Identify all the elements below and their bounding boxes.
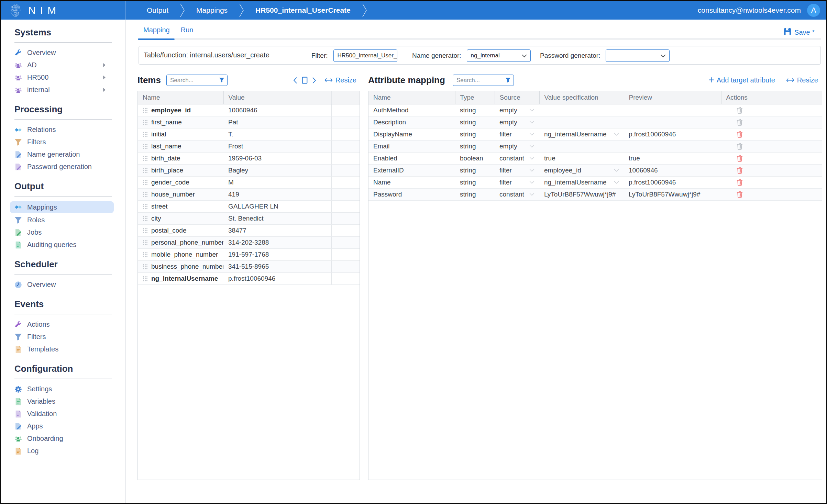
chevron-down-icon	[529, 121, 534, 124]
items-row-first-name[interactable]: first_namePat	[138, 116, 360, 128]
drag-handle-icon[interactable]	[143, 168, 148, 173]
items-row-ng-internalusername[interactable]: ng_internalUsernamep.frost10060946	[138, 272, 360, 284]
sidebar-item-processing-password-generation[interactable]: Password generation	[14, 161, 125, 172]
filter-funnel-icon[interactable]	[219, 77, 224, 84]
page-indicator-icon[interactable]	[302, 77, 308, 84]
items-row-postal-code[interactable]: postal_code38477	[138, 224, 360, 236]
items-row-city[interactable]: citySt. Benedict	[138, 212, 360, 224]
delete-attribute-button[interactable]	[721, 176, 769, 188]
sidebar-item-processing-relations[interactable]: Relations	[14, 124, 125, 135]
items-resize-label: Resize	[335, 76, 356, 84]
items-row-birth-date[interactable]: birth_date1959-06-03	[138, 152, 360, 164]
mapping-source-select[interactable]: constant	[495, 188, 539, 200]
sidebar-item-configuration-onboarding[interactable]: Onboarding	[14, 433, 125, 444]
password-generator-select[interactable]	[606, 49, 670, 62]
sidebar-item-configuration-log[interactable]: Log	[14, 446, 125, 456]
breadcrumb-mappings[interactable]: Mappings	[196, 6, 228, 14]
add-target-attribute-button[interactable]: Add target attribute	[709, 76, 775, 84]
items-search-input[interactable]	[166, 75, 228, 86]
sidebar-item-configuration-settings[interactable]: Settings	[14, 384, 125, 394]
drag-handle-icon[interactable]	[143, 216, 148, 221]
avatar[interactable]: A	[807, 4, 820, 17]
breadcrumb-hr500-internal-usercreate[interactable]: HR500_internal_UserCreate	[255, 6, 351, 14]
delete-attribute-button[interactable]	[721, 188, 769, 200]
tab-run[interactable]: Run	[180, 26, 194, 40]
sidebar-item-output-jobs[interactable]: Jobs	[14, 227, 125, 238]
drag-handle-icon[interactable]	[143, 204, 148, 209]
drag-handle-icon[interactable]	[143, 276, 148, 281]
delete-attribute-button[interactable]	[721, 116, 769, 128]
drag-handle-icon[interactable]	[143, 156, 148, 161]
delete-attribute-button[interactable]	[721, 128, 769, 140]
sidebar-item-configuration-validation[interactable]: Validation	[14, 408, 125, 419]
mapping-source-select[interactable]: filter	[495, 176, 539, 188]
mapping-value-spec-select[interactable]: employee_id	[539, 164, 624, 176]
delete-attribute-button[interactable]	[721, 152, 769, 164]
items-row-initial[interactable]: initialT.	[138, 128, 360, 140]
arrows-icon	[14, 126, 22, 134]
sidebar-item-output-mappings[interactable]: Mappings	[10, 201, 114, 213]
drag-handle-icon[interactable]	[143, 240, 148, 245]
mapping-source-select[interactable]: filter	[495, 164, 539, 176]
delete-attribute-button[interactable]	[721, 104, 769, 116]
items-row-birth-place[interactable]: birth_placeBagley	[138, 164, 360, 176]
filter-select[interactable]: HR500_internal_User_Cre	[333, 49, 397, 62]
items-row-personal-phone-number[interactable]: personal_phone_number314-202-3288	[138, 236, 360, 248]
sidebar-item-output-auditing-queries[interactable]: Auditing queries	[14, 239, 125, 250]
mapping-source-select[interactable]: empty	[495, 104, 539, 116]
sidebar-item-systems-ad[interactable]: AD	[14, 60, 125, 70]
page-next-icon[interactable]	[312, 77, 316, 83]
delete-attribute-button[interactable]	[721, 140, 769, 152]
drag-handle-icon[interactable]	[143, 252, 148, 257]
tabs-divider	[138, 38, 821, 40]
mapping-source-select[interactable]: constant	[495, 152, 539, 164]
sidebar-item-output-roles[interactable]: Roles	[14, 215, 125, 225]
mapping-value-spec-select[interactable]: ng_internalUsername	[539, 176, 624, 188]
sidebar-item-events-actions[interactable]: Actions	[14, 319, 125, 330]
name-generator-select[interactable]: ng_internal	[467, 49, 531, 62]
items-row-mobile-phone-number[interactable]: mobile_phone_number191-597-1768	[138, 248, 360, 260]
drag-handle-icon[interactable]	[143, 228, 148, 233]
drag-handle-icon[interactable]	[143, 192, 148, 197]
drag-handle-icon[interactable]	[143, 108, 148, 113]
attribute-search-input[interactable]	[453, 75, 514, 86]
mapping-source-select[interactable]: empty	[495, 116, 539, 128]
items-column-value: Value	[223, 91, 331, 104]
chevron-down-icon	[529, 181, 534, 184]
sidebar-item-systems-internal[interactable]: internal	[14, 85, 125, 95]
breadcrumb-output[interactable]: Output	[147, 6, 168, 14]
users-icon	[14, 435, 22, 443]
mapping-row-name: Namestringfilterng_internalUsernamep.fro…	[368, 176, 822, 188]
sidebar-item-systems-overview[interactable]: Overview	[14, 47, 125, 58]
page-prev-icon[interactable]	[293, 77, 297, 83]
save-button[interactable]: Save *	[784, 28, 815, 37]
drag-handle-icon[interactable]	[143, 264, 148, 269]
sidebar-item-systems-hr500[interactable]: HR500	[14, 72, 125, 83]
sidebar-item-configuration-apps[interactable]: Apps	[14, 421, 125, 432]
drag-handle-icon[interactable]	[143, 180, 148, 185]
attribute-resize-button[interactable]: Resize	[786, 76, 818, 84]
mapping-source-select[interactable]: filter	[495, 128, 539, 140]
sidebar-item-scheduler-overview[interactable]: Overview	[14, 279, 125, 290]
sidebar-item-events-filters[interactable]: Filters	[14, 332, 125, 342]
sidebar-item-configuration-variables[interactable]: Variables	[14, 396, 125, 407]
items-row-business-phone-number[interactable]: business_phone_number341-515-8965	[138, 260, 360, 272]
tab-mapping[interactable]: Mapping	[143, 26, 170, 40]
mapping-source-select[interactable]: empty	[495, 140, 539, 152]
sidebar-item-label: Auditing queries	[27, 241, 76, 249]
sidebar-item-processing-name-generation[interactable]: Name generation	[14, 149, 125, 160]
delete-attribute-button[interactable]	[721, 164, 769, 176]
items-row-employee-id[interactable]: employee_id10060946	[138, 104, 360, 116]
items-row-gender-code[interactable]: gender_codeM	[138, 176, 360, 188]
drag-handle-icon[interactable]	[143, 132, 148, 137]
sidebar-item-processing-filters[interactable]: Filters	[14, 137, 125, 147]
items-row-street[interactable]: streetGALLAGHER LN	[138, 200, 360, 212]
mapping-value-spec-select[interactable]: ng_internalUsername	[539, 128, 624, 140]
filter-funnel-icon[interactable]	[505, 77, 511, 84]
drag-handle-icon[interactable]	[143, 120, 148, 125]
drag-handle-icon[interactable]	[143, 144, 148, 149]
items-resize-button[interactable]: Resize	[324, 76, 356, 84]
items-row-last-name[interactable]: last_nameFrost	[138, 140, 360, 152]
sidebar-item-events-templates[interactable]: Templates	[14, 344, 125, 355]
items-row-house-number[interactable]: house_number419	[138, 188, 360, 200]
